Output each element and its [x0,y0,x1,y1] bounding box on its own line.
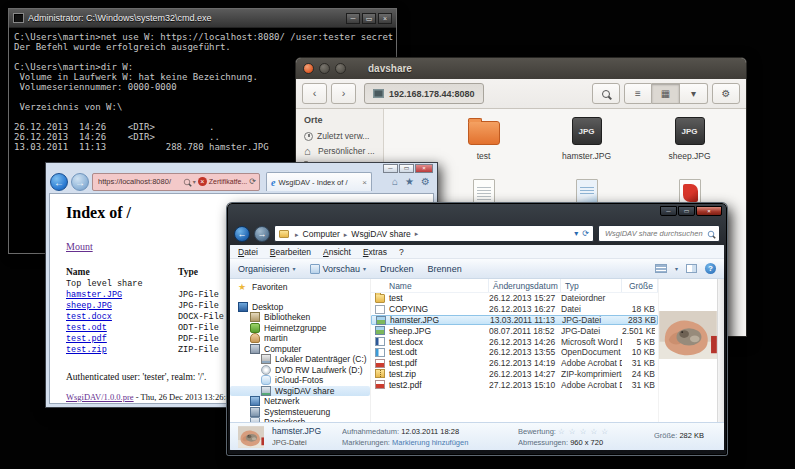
minimize-button[interactable]: ─ [383,164,398,173]
home-icon[interactable]: ⌂ [392,176,398,187]
table-row[interactable]: hamster.JPG 13.03.2011 11:13 JPG-Datei 2… [371,315,658,326]
mount-link[interactable]: Mount [66,241,93,252]
back-button[interactable]: ← [234,226,250,242]
column-header-name[interactable]: Name [371,279,489,292]
table-row[interactable]: test2.pdf 27.12.2013 15:10 Adobe Acrobat… [371,379,658,390]
maximize-button[interactable]: ▭ [678,206,695,216]
menu-item[interactable]: ? [399,247,404,257]
sidebar-item[interactable]: Computer [230,344,370,355]
breadcrumb[interactable]: Computer WsgiDAV share ▾ ⟳ [274,225,594,242]
preview-pane-toggle-icon[interactable] [686,264,697,273]
settings-gear-icon[interactable]: ⚙ [421,176,430,187]
search-button[interactable] [592,83,620,104]
maximize-button[interactable]: ▭ [362,13,376,24]
menu-item[interactable]: Ansicht [323,247,351,257]
back-button[interactable]: ← [50,173,68,191]
sidebar-item[interactable]: Lokaler Datenträger (C:) [230,354,370,365]
preview-button[interactable]: Vorschau [310,264,367,274]
search-input[interactable] [603,228,707,239]
file-item[interactable]: JPG hamster.JPG [535,117,638,175]
sidebar-item[interactable]: iCloud-Fotos [230,375,370,386]
url-input[interactable] [96,176,181,187]
table-row[interactable]: sheep.JPG 08.07.2011 18:52 JPG-Datei 2.5… [371,325,658,336]
sidebar-item[interactable]: Zuletzt verw... [304,131,383,141]
sidebar-item[interactable]: Bibliotheken [230,312,370,323]
menu-item[interactable]: Bearbeiten [270,247,311,257]
forward-button[interactable]: → [254,226,270,242]
column-header-type[interactable]: Typ [561,279,622,292]
cmd-titlebar[interactable]: Administrator: C:\Windows\system32\cmd.e… [9,9,396,28]
sidebar-item[interactable]: Persönlicher ... [304,146,383,156]
table-row[interactable]: test.pdf 26.12.2013 14:19 Adobe Acrobat … [371,358,658,369]
close-button[interactable] [303,63,314,74]
wsgidav-version-link[interactable]: WsgiDAV/1.0.0.pre [66,392,134,402]
tags-value[interactable]: Markierung hinzufügen [392,438,468,447]
sidebar-item[interactable]: DVD RW Laufwerk (D:) [230,365,370,376]
view-caret-icon[interactable]: ▾ [675,265,678,272]
scrollbar[interactable] [717,279,724,422]
sidebar-item[interactable]: WsgiDAV share [230,386,370,397]
help-icon[interactable]: ? [705,263,716,274]
certificate-error-text[interactable]: Zertifikatfe... [209,178,248,185]
close-button[interactable]: × [378,13,392,24]
sidebar-item[interactable]: Netzwerk [230,396,370,407]
forward-button[interactable]: › [331,83,356,104]
sidebar-item-label: Lokaler Datenträger (C:) [275,354,367,364]
menu-item[interactable]: Datei [238,247,258,257]
file-link[interactable]: test.zip [66,345,107,355]
table-row[interactable]: test.odt 26.12.2013 13:55 OpenDocument T… [371,347,658,358]
file-link[interactable]: test.docx [66,312,112,322]
rating-stars[interactable]: ☆ ☆ ☆ ☆ ☆ [558,427,609,436]
sidebar-item[interactable]: Heimnetzgruppe [230,323,370,334]
burn-button[interactable]: Brennen [428,264,462,274]
file-link[interactable]: sheep.JPG [66,301,112,311]
sidebar-item[interactable]: Systemsteuerung [230,407,370,418]
explorer-titlebar[interactable]: ─ ▭ × [230,206,724,222]
change-view-icon[interactable] [655,264,667,273]
sidebar-item[interactable]: Desktop [230,302,370,313]
file-item[interactable]: test [432,117,535,175]
minimize-button[interactable] [319,63,330,74]
file-link[interactable]: test.odt [66,323,107,333]
location-bar[interactable]: 192.168.178.44:8080 [364,83,484,104]
column-header-size[interactable]: Größe [622,279,658,292]
close-button[interactable]: × [696,206,722,216]
chevron-down-icon[interactable]: ▾ [193,178,196,185]
sidebar-item[interactable]: martin [230,333,370,344]
file-item[interactable]: JPG sheep.JPG [638,117,741,175]
back-button[interactable]: ‹ [302,83,327,104]
table-row[interactable]: test.docx 26.12.2013 14:26 Microsoft Wor… [371,336,658,347]
minimize-button[interactable]: ─ [346,13,360,24]
sidebar-item[interactable]: Favoriten [230,282,370,293]
close-button[interactable]: × [415,164,433,173]
browser-tab[interactable]: e WsgiDAV - Index of / × [266,172,372,191]
maximize-button[interactable] [335,63,346,74]
file-link[interactable]: test.pdf [66,334,107,344]
breadcrumb-wsgidav-share[interactable]: WsgiDAV share [340,229,411,239]
column-header-date[interactable]: Änderungsdatum [489,279,561,292]
grid-view-button[interactable]: ▦ [652,83,680,104]
maximize-button[interactable]: ▭ [399,164,414,173]
address-dropdown-icon[interactable]: ▾ [574,229,578,238]
minimize-button[interactable]: ─ [660,206,677,216]
table-row[interactable]: COPYING 26.12.2013 16:27 Datei 18 KB [371,304,658,315]
search-icon[interactable] [184,178,190,184]
favorites-star-icon[interactable]: ★ [405,176,414,187]
address-bar[interactable]: ▾ × Zertifikatfe... ⟳ [92,173,260,191]
menu-item[interactable]: Extras [363,247,387,257]
breadcrumb-computer[interactable]: Computer [291,229,340,239]
nautilus-titlebar[interactable]: davshare [296,58,746,79]
print-button[interactable]: Drucken [380,264,414,274]
table-row[interactable]: test 26.12.2013 15:27 Dateiordner [371,293,658,304]
table-row[interactable]: test.zip 26.12.2013 14:27 ZIP-komprimier… [371,369,658,380]
forward-button[interactable]: → [71,173,89,191]
refresh-icon[interactable]: ⟳ [249,177,256,186]
refresh-icon[interactable]: ⟳ [582,229,589,238]
tab-close-icon[interactable]: × [362,178,367,187]
view-options-button[interactable]: ▾ [680,83,708,104]
search-box[interactable] [598,225,720,242]
list-view-button[interactable]: ≡ [624,83,652,104]
file-link[interactable]: hamster.JPG [66,290,122,300]
organize-button[interactable]: Organisieren [238,264,296,274]
gear-menu-button[interactable]: ⚙ [712,83,740,104]
